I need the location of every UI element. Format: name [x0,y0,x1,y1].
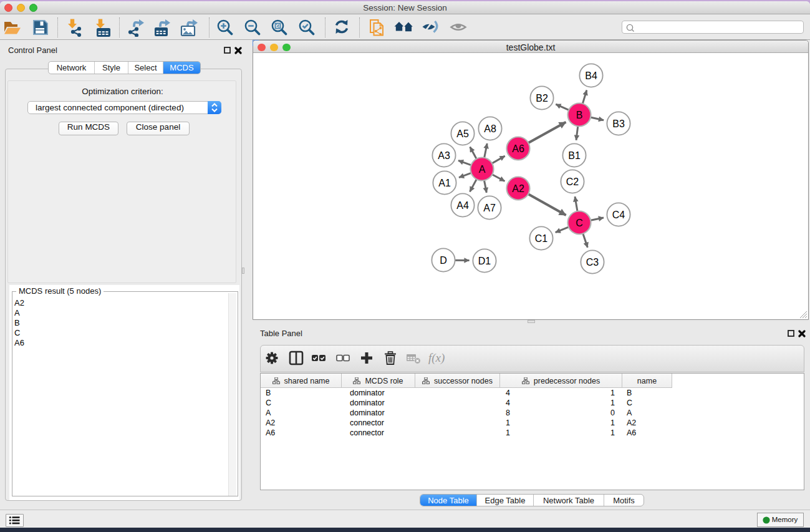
svg-text:B4: B4 [585,70,597,81]
svg-text:A8: A8 [484,123,496,134]
svg-text:f(x): f(x) [428,351,445,365]
svg-text:B2: B2 [536,93,548,104]
svg-text:C2: C2 [566,177,579,187]
svg-text:A: A [479,164,486,175]
svg-text:C3: C3 [586,257,599,268]
svg-text:D1: D1 [478,256,491,266]
svg-text:C: C [576,218,583,228]
svg-text:A7: A7 [483,203,496,213]
svg-text:A2: A2 [512,183,524,194]
svg-text:C4: C4 [612,210,625,220]
svg-text:B3: B3 [612,118,625,129]
svg-text:A5: A5 [456,128,469,139]
svg-text:A3: A3 [438,150,450,161]
svg-text:C1: C1 [535,233,548,244]
svg-text:B: B [576,110,583,120]
svg-text:A4: A4 [456,200,469,211]
svg-text:D: D [440,255,447,266]
svg-text:A1: A1 [438,178,451,188]
svg-text:A6: A6 [512,143,524,154]
svg-text:B1: B1 [568,150,581,161]
